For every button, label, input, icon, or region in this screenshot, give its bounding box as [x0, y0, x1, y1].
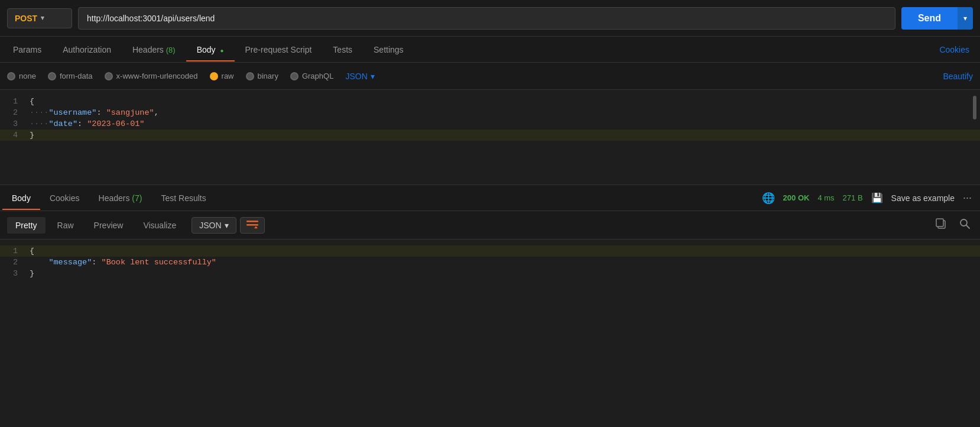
tab-settings[interactable]: Settings — [363, 38, 414, 62]
body-type-raw[interactable]: raw — [210, 72, 234, 80]
response-body-editor: 1 { 2 "message": "Book lent successfully… — [0, 240, 980, 285]
json-format-dropdown[interactable]: JSON ▾ — [345, 72, 374, 81]
method-selector[interactable]: POST ▾ — [7, 8, 72, 28]
body-type-bar: none form-data x-www-form-urlencoded raw… — [0, 63, 980, 90]
resp-line-3: 3 } — [0, 268, 980, 279]
tab-prerequest[interactable]: Pre-request Script — [235, 38, 323, 62]
send-button[interactable]: Send — [901, 7, 958, 30]
radio-graphql — [290, 72, 298, 80]
svg-line-5 — [966, 225, 969, 228]
tab-params[interactable]: Params — [2, 38, 52, 62]
body-type-graphql[interactable]: GraphQL — [290, 72, 333, 80]
send-dropdown-button[interactable]: ▾ — [958, 7, 973, 30]
request-tabs-bar: Params Authorization Headers (8) Body ● … — [0, 37, 980, 63]
filter-lines-button[interactable] — [240, 217, 265, 234]
resp-subtab-visualize[interactable]: Visualize — [135, 217, 184, 234]
tab-tests[interactable]: Tests — [322, 38, 363, 62]
req-line-4: 4 } — [0, 130, 980, 141]
tab-authorization[interactable]: Authorization — [52, 38, 122, 62]
req-line-3: 3 ····"date": "2023-06-01" — [0, 118, 980, 130]
resp-subtab-pretty[interactable]: Pretty — [7, 217, 46, 234]
radio-none — [7, 72, 15, 80]
copy-icon[interactable] — [933, 215, 949, 235]
more-options-icon[interactable]: ··· — [963, 192, 972, 204]
radio-raw — [210, 72, 218, 80]
resp-json-format-dropdown[interactable]: JSON ▾ — [192, 217, 236, 234]
radio-binary — [246, 72, 254, 80]
body-type-none[interactable]: none — [7, 72, 36, 80]
response-time: 4 ms — [817, 193, 834, 202]
body-type-formdata[interactable]: form-data — [48, 72, 93, 80]
radio-formdata — [48, 72, 56, 80]
response-action-icons — [933, 215, 973, 235]
status-code: 200 OK — [783, 193, 810, 202]
method-chevron-icon: ▾ — [41, 14, 44, 22]
resp-tab-cookies[interactable]: Cookies — [40, 186, 89, 210]
method-label: POST — [15, 14, 37, 23]
req-line-2: 2 ····"username": "sangjune", — [0, 107, 980, 118]
body-type-urlencoded[interactable]: x-www-form-urlencoded — [105, 72, 198, 80]
resp-tab-testresults[interactable]: Test Results — [151, 186, 215, 210]
response-status-area: 🌐 200 OK 4 ms 271 B 💾 Save as example ··… — [762, 192, 980, 205]
radio-urlencoded — [105, 72, 113, 80]
tab-cookies[interactable]: Cookies — [929, 38, 980, 62]
send-btn-group: Send ▾ — [901, 7, 973, 30]
resp-tab-headers[interactable]: Headers (7) — [89, 186, 152, 210]
tab-body[interactable]: Body ● — [186, 38, 235, 62]
svg-rect-1 — [246, 224, 258, 226]
body-dot-indicator: ● — [220, 47, 223, 54]
save-as-example-button[interactable]: Save as example — [891, 193, 955, 203]
globe-icon: 🌐 — [762, 192, 775, 205]
response-sub-bar: Pretty Raw Preview Visualize JSON ▾ — [0, 211, 980, 240]
save-icon: 💾 — [871, 192, 883, 203]
tab-headers[interactable]: Headers (8) — [122, 38, 186, 62]
response-size: 271 B — [843, 193, 863, 202]
request-body-editor[interactable]: 1 { 2 ····"username": "sangjune", 3 ····… — [0, 90, 980, 185]
svg-point-4 — [960, 219, 967, 226]
url-input[interactable] — [78, 7, 895, 30]
top-bar: POST ▾ Send ▾ — [0, 0, 980, 37]
json-chevron-icon: ▾ — [371, 72, 375, 81]
svg-rect-0 — [246, 221, 258, 222]
beautify-button[interactable]: Beautify — [943, 72, 973, 81]
body-type-binary[interactable]: binary — [246, 72, 278, 80]
resp-subtab-raw[interactable]: Raw — [49, 217, 82, 234]
resp-tab-body[interactable]: Body — [2, 186, 40, 210]
svg-rect-3 — [936, 219, 943, 227]
resp-subtab-preview[interactable]: Preview — [86, 217, 132, 234]
resp-line-2: 2 "message": "Book lent successfully" — [0, 257, 980, 268]
req-line-1: 1 { — [0, 96, 980, 107]
response-tabs-bar: Body Cookies Headers (7) Test Results 🌐 … — [0, 185, 980, 211]
resp-line-1: 1 { — [0, 245, 980, 257]
search-icon[interactable] — [956, 215, 973, 235]
resp-json-chevron-icon: ▾ — [225, 221, 229, 230]
